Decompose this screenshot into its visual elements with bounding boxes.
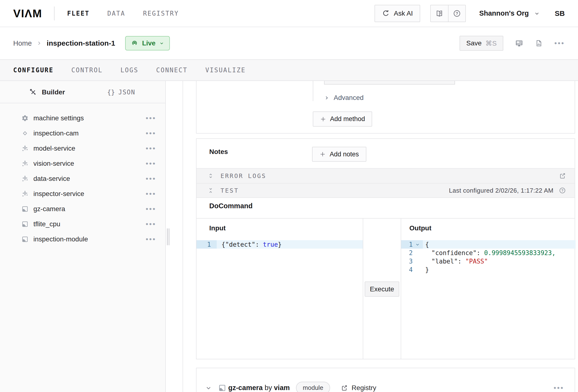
tree-item-gz-camera[interactable]: gz-camera ••• — [0, 201, 165, 216]
tree-item-label: inspection-module — [33, 235, 88, 243]
header-divider — [54, 6, 54, 20]
error-logs-bar[interactable]: ERROR LOGS — [196, 168, 575, 183]
tree-item-inspection-module[interactable]: inspection-module ••• — [0, 232, 165, 247]
monitor-icon — [515, 39, 524, 48]
tab-visualize[interactable]: VISUALIZE — [205, 66, 246, 74]
chevron-right-icon — [325, 95, 329, 101]
nav-fleet[interactable]: FLEET — [67, 10, 89, 17]
json-label: JSON — [118, 89, 136, 96]
tree-item-label: data-service — [33, 175, 70, 183]
help-icon: ? — [453, 9, 461, 17]
sparkle-icon — [21, 175, 29, 182]
output-code: "confidence": 0.9998945593833923, — [423, 249, 556, 256]
execute-button[interactable]: Execute — [365, 282, 399, 297]
method-config-card: Advanced Add method — [196, 81, 575, 134]
ellipsis-icon[interactable]: ••• — [145, 193, 156, 195]
ask-ai-button[interactable]: Ask AI — [375, 5, 420, 22]
external-link-icon[interactable] — [559, 172, 566, 179]
tree-item-model-service[interactable]: model-service ••• — [0, 141, 165, 156]
test-label: TEST — [221, 187, 239, 194]
module-icon — [218, 384, 226, 392]
ellipsis-icon[interactable]: ••• — [145, 132, 156, 135]
tree-item-data-service[interactable]: data-service ••• — [0, 171, 165, 186]
ellipsis-icon[interactable]: ••• — [145, 238, 156, 241]
nav-registry[interactable]: REGISTRY — [143, 10, 179, 17]
line-number: 1 — [196, 240, 217, 248]
input-editor-line[interactable]: 1 {"detect": true} — [196, 240, 363, 248]
docommand-test-panes: Input 1 {"detect": true} Execute Output … — [196, 218, 575, 359]
machine-page-button[interactable] — [515, 39, 524, 48]
add-method-button[interactable]: Add method — [313, 111, 372, 127]
save-button[interactable]: Save ⌘S — [460, 36, 504, 51]
plus-icon — [320, 116, 326, 122]
builder-json-toggle: Builder {} JSON — [0, 81, 165, 103]
test-bar[interactable]: TEST Last configured 2/02/26, 1:17:22 AM… — [196, 183, 575, 198]
tree-item-label: inspection-cam — [33, 130, 79, 137]
tab-connect[interactable]: CONNECT — [156, 66, 188, 74]
add-method-label: Add method — [330, 115, 365, 123]
tree-item-vision-service[interactable]: vision-service ••• — [0, 156, 165, 171]
advanced-toggle[interactable]: Advanced — [325, 94, 364, 101]
collapse-icon — [208, 187, 214, 194]
output-editor-line[interactable]: 3 "label": "PASS" — [401, 257, 576, 265]
output-code: } — [423, 266, 429, 273]
ellipsis-icon[interactable]: ••• — [145, 117, 156, 119]
help-button[interactable]: ? — [448, 5, 465, 22]
chevron-down-icon[interactable] — [205, 385, 212, 391]
more-actions-button[interactable]: ••• — [554, 42, 565, 45]
module-icon — [21, 220, 29, 228]
fold-chevron-icon[interactable] — [415, 242, 420, 247]
tree-item-machine-settings[interactable]: machine settings ••• — [0, 110, 165, 126]
file-chart-icon — [535, 39, 543, 47]
module-icon — [21, 205, 29, 213]
registry-label: Registry — [352, 384, 377, 392]
sparkle-icon — [21, 145, 29, 152]
save-label: Save — [466, 39, 482, 47]
machine-status-dropdown[interactable]: Live — [125, 36, 170, 50]
nav-data[interactable]: DATA — [107, 10, 125, 17]
output-editor-line[interactable]: 4 } — [401, 265, 576, 274]
ask-ai-sparkle-icon — [382, 9, 390, 17]
truncated-field[interactable] — [324, 81, 455, 85]
service-detail-card: Notes Add notes ERROR LOGS — [196, 138, 575, 359]
tab-control[interactable]: CONTROL — [71, 66, 103, 74]
chevron-down-icon — [534, 10, 540, 16]
viam-logo: VIΛM — [13, 7, 42, 20]
builder-label: Builder — [42, 88, 65, 96]
help-icon[interactable]: ? — [559, 187, 566, 194]
history-report-button[interactable] — [535, 39, 543, 47]
method-indent-rule — [313, 81, 313, 101]
output-editor-line[interactable]: 2 "confidence": 0.9998945593833923, — [401, 248, 576, 257]
input-pane-title: Input — [209, 224, 226, 232]
sidebar-resize-handle[interactable] — [167, 228, 170, 245]
registry-link[interactable]: Registry — [341, 384, 377, 392]
module-icon — [21, 236, 29, 243]
external-link-icon — [341, 384, 348, 392]
ellipsis-icon[interactable]: ••• — [145, 223, 156, 225]
docommand-input-pane: Input 1 {"detect": true} — [196, 219, 363, 359]
broadcast-icon — [131, 40, 138, 47]
tree-item-tflite-cpu[interactable]: tflite_cpu ••• — [0, 216, 165, 232]
breadcrumb-home-link[interactable]: Home — [13, 39, 32, 47]
tab-configure[interactable]: CONFIGURE — [13, 66, 53, 74]
ellipsis-icon[interactable]: ••• — [145, 162, 156, 165]
ellipsis-icon[interactable]: ••• — [145, 178, 156, 180]
breadcrumb-chevron-icon — [37, 40, 41, 46]
ellipsis-icon[interactable]: ••• — [145, 208, 156, 210]
machine-tabs: CONFIGURE CONTROL LOGS CONNECT VISUALIZE — [0, 60, 578, 81]
avatar[interactable]: SB — [555, 9, 565, 17]
json-mode-button[interactable]: {} JSON — [107, 81, 135, 103]
add-notes-button[interactable]: Add notes — [312, 147, 366, 162]
tree-item-inspector-service[interactable]: inspector-service ••• — [0, 186, 165, 201]
output-editor-line[interactable]: 1 { — [401, 240, 576, 248]
top-nav: FLEET DATA REGISTRY — [67, 10, 179, 17]
tree-item-inspection-cam[interactable]: inspection-cam ••• — [0, 126, 165, 141]
gear-icon — [21, 115, 29, 122]
ellipsis-icon[interactable]: ••• — [145, 147, 156, 150]
org-switcher[interactable]: Shannon's Org — [479, 9, 540, 17]
documentation-button[interactable] — [431, 5, 448, 22]
module-more-button[interactable]: ••• — [553, 387, 564, 389]
output-code: "label": "PASS" — [423, 258, 488, 265]
builder-mode-button[interactable]: Builder — [29, 81, 65, 103]
tab-logs[interactable]: LOGS — [120, 66, 138, 74]
